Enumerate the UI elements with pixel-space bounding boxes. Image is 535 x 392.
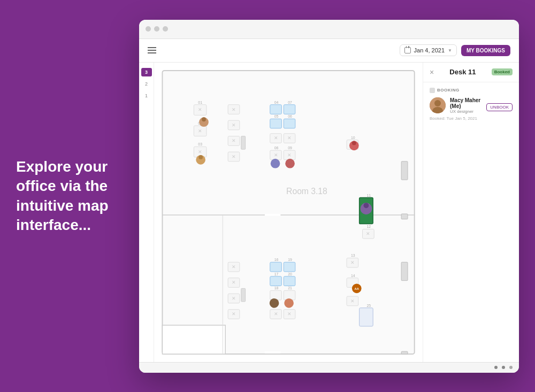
floor-nav-1[interactable]: 1: [141, 91, 152, 100]
svg-text:✕: ✕: [232, 153, 236, 159]
svg-rect-84: [241, 136, 246, 149]
svg-point-41: [271, 158, 280, 168]
svg-rect-28: [270, 119, 282, 128]
user-role: UX designer: [450, 109, 482, 114]
svg-text:✕: ✕: [350, 260, 355, 265]
headline: Explore your office via the intuitive ma…: [16, 157, 123, 235]
svg-point-42: [285, 158, 295, 168]
booking-panel: × Desk 11 Booked BOOKING: [423, 63, 519, 362]
floor-plan: 01 ✕ 02 ✕ 03 ✕: [159, 68, 423, 357]
svg-point-17: [202, 117, 206, 121]
floor-plan-svg: 01 ✕ 02 ✕ 03 ✕: [159, 68, 423, 357]
svg-text:25: 25: [366, 303, 371, 307]
svg-text:✕: ✕: [287, 152, 292, 157]
svg-rect-26: [284, 104, 295, 114]
menu-icon[interactable]: [148, 47, 156, 53]
floor-nav: 3 2 1: [139, 63, 154, 362]
svg-rect-7: [401, 262, 408, 280]
svg-rect-9: [401, 351, 408, 354]
svg-rect-30: [284, 119, 295, 128]
status-dot-2: [502, 366, 505, 369]
svg-text:03: 03: [198, 142, 202, 146]
svg-text:✕: ✕: [232, 264, 236, 270]
headline-line2: office via the: [16, 178, 108, 194]
svg-text:AA: AA: [354, 287, 359, 290]
svg-point-70: [270, 298, 279, 308]
headline-line1: Explore your: [16, 158, 108, 175]
svg-rect-63: [270, 276, 282, 286]
svg-rect-24: [270, 104, 282, 114]
status-dot: [494, 366, 498, 369]
my-bookings-button[interactable]: MY BOOKINGS: [461, 45, 510, 56]
left-panel: Explore your office via the intuitive ma…: [0, 136, 139, 257]
svg-rect-67: [270, 290, 282, 300]
booking-panel-header: × Desk 11 Booked: [423, 63, 519, 82]
svg-text:16: 16: [274, 258, 279, 262]
svg-text:07: 07: [288, 100, 292, 104]
close-button[interactable]: ×: [430, 68, 434, 76]
svg-text:✕: ✕: [232, 138, 236, 143]
traffic-light-minimize: [154, 26, 159, 32]
svg-text:✕: ✕: [232, 122, 236, 127]
svg-text:✕: ✕: [232, 280, 236, 285]
traffic-light-close: [146, 26, 151, 32]
svg-text:19: 19: [288, 258, 292, 262]
svg-text:✕: ✕: [232, 311, 236, 317]
svg-text:✕: ✕: [350, 298, 355, 303]
booked-badge: Booked: [492, 68, 513, 75]
app-window: Jan 4, 2021 ▼ MY BOOKINGS 3 2 1: [139, 20, 519, 373]
svg-rect-81: [360, 308, 373, 326]
user-info: Macy Maher (Me) UX designer: [450, 97, 482, 114]
calendar-icon: [404, 47, 411, 53]
svg-text:✕: ✕: [274, 152, 278, 157]
svg-rect-65: [284, 276, 295, 286]
svg-text:18: 18: [274, 286, 279, 290]
headline-line4: interface...: [16, 217, 91, 233]
date-picker[interactable]: Jan 4, 2021 ▼: [400, 44, 457, 56]
svg-text:✕: ✕: [198, 128, 202, 133]
title-bar: [139, 20, 519, 39]
svg-rect-4: [265, 213, 280, 216]
svg-text:13: 13: [351, 253, 355, 257]
svg-text:✕: ✕: [198, 107, 202, 112]
booking-label: BOOKING: [437, 88, 460, 93]
date-label: Jan 4, 2021: [414, 47, 445, 53]
booking-section-title: BOOKING: [430, 88, 513, 93]
svg-text:17: 17: [274, 272, 279, 275]
booking-icon: [430, 88, 435, 93]
header-left: [148, 47, 156, 53]
app-content: 3 2 1: [139, 63, 519, 362]
chevron-down-icon: ▼: [448, 48, 452, 53]
svg-point-50: [363, 203, 369, 208]
booking-user: Macy Maher (Me) UX designer UNBOOK: [430, 97, 513, 114]
svg-text:✕: ✕: [287, 311, 292, 317]
svg-text:20: 20: [288, 272, 292, 275]
svg-point-22: [198, 155, 203, 159]
svg-rect-59: [270, 262, 282, 272]
floor-nav-2[interactable]: 2: [141, 80, 152, 88]
user-name: Macy Maher (Me): [450, 97, 482, 109]
svg-text:04: 04: [274, 100, 279, 104]
wifi-icon: [509, 366, 513, 369]
svg-rect-61: [284, 262, 295, 272]
svg-text:10: 10: [351, 135, 355, 139]
svg-text:12: 12: [366, 225, 371, 228]
svg-text:✕: ✕: [198, 149, 202, 155]
svg-text:✕: ✕: [287, 135, 292, 141]
svg-text:01: 01: [198, 100, 202, 104]
svg-text:11: 11: [366, 193, 371, 197]
headline-line3: intuitive map: [16, 197, 109, 214]
svg-text:09: 09: [288, 146, 292, 150]
svg-text:05: 05: [274, 114, 279, 118]
map-area[interactable]: 01 ✕ 02 ✕ 03 ✕: [154, 63, 423, 362]
svg-rect-5: [265, 351, 280, 353]
svg-rect-6: [401, 161, 408, 179]
unbook-button[interactable]: UNBOOK: [486, 103, 513, 111]
svg-text:21: 21: [288, 286, 292, 290]
svg-text:✕: ✕: [232, 295, 236, 301]
app-header: Jan 4, 2021 ▼ MY BOOKINGS: [139, 39, 519, 63]
floor-nav-3[interactable]: 3: [141, 68, 152, 76]
booking-section: BOOKING Macy Maher (Me) UX designer: [423, 82, 519, 126]
booking-date: Booked: Tue Jan 5, 2021: [430, 116, 513, 121]
svg-text:06: 06: [288, 114, 292, 118]
